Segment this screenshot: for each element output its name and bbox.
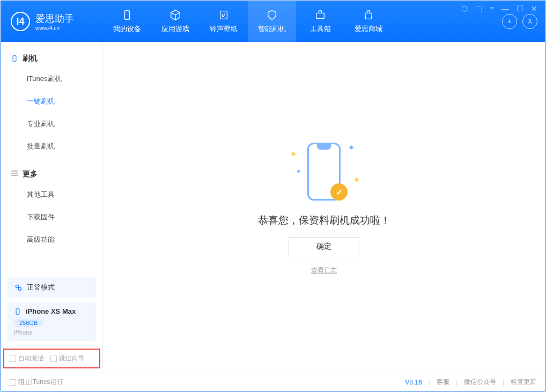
nav-tabs: 我的设备 应用游戏 铃声壁纸 智能刷机 工具箱 爱思商城: [103, 1, 393, 42]
device-icon: [121, 9, 133, 21]
shirt-icon[interactable]: ⬡: [461, 4, 468, 13]
version-label: V8.16: [405, 379, 422, 386]
tab-smart-flash[interactable]: 智能刷机: [248, 1, 296, 42]
options-highlight: 自动激活 跳过向导: [3, 349, 100, 368]
svg-point-5: [16, 285, 18, 287]
device-name: iPhone XS Max: [26, 307, 76, 315]
sidebar-item-download-firmware[interactable]: 下载固件: [1, 206, 102, 228]
svg-point-6: [18, 287, 21, 290]
list-icon: [11, 171, 18, 178]
svg-rect-7: [16, 308, 19, 314]
maximize-icon[interactable]: ☐: [517, 4, 523, 13]
checkbox-block-itunes[interactable]: 阻止iTunes运行: [10, 378, 63, 387]
menu-icon[interactable]: ≡: [490, 4, 494, 13]
device-capacity: 256GB: [14, 319, 43, 327]
titlebar: ⬡ ⬚ ≡ — ☐ ✕ i4 爱思助手 www.i4.cn 我的设备 应用游戏: [1, 1, 545, 42]
cube-icon: [169, 9, 181, 21]
logo-area: i4 爱思助手 www.i4.cn: [1, 12, 103, 31]
sidebar-item-pro-flash[interactable]: 专业刷机: [1, 113, 102, 135]
checkbox-skip-guide[interactable]: 跳过向导: [50, 354, 85, 363]
device-card[interactable]: iPhone XS Max 256GB iPhone: [8, 302, 96, 341]
svg-rect-4: [13, 56, 16, 62]
logo-icon: i4: [11, 12, 30, 31]
svg-rect-2: [316, 13, 324, 18]
mode-card[interactable]: 正常模式: [8, 277, 96, 298]
lock-icon[interactable]: ⬚: [475, 4, 482, 13]
close-icon[interactable]: ✕: [531, 4, 537, 13]
download-button[interactable]: [502, 14, 517, 29]
success-message: 恭喜您，保资料刷机成功啦！: [258, 213, 390, 227]
sidebar: 刷机 iTunes刷机 一键刷机 专业刷机 批量刷机 更多 其他工具 下载固件 …: [1, 42, 103, 373]
phone-icon: [11, 55, 18, 62]
app-title: 爱思助手: [35, 12, 74, 25]
minimize-icon[interactable]: —: [501, 4, 509, 13]
sidebar-item-other-tools[interactable]: 其他工具: [1, 183, 102, 206]
tab-toolbox[interactable]: 工具箱: [296, 1, 344, 42]
tab-ringtones[interactable]: 铃声壁纸: [200, 1, 248, 42]
checkbox-auto-activate[interactable]: 自动激活: [10, 354, 44, 363]
sidebar-item-advanced[interactable]: 高级功能: [1, 228, 102, 251]
sidebar-item-oneclick-flash[interactable]: 一键刷机: [1, 90, 102, 113]
success-illustration: ✓: [276, 139, 372, 204]
ok-button[interactable]: 确定: [289, 237, 359, 256]
svg-rect-1: [220, 11, 227, 19]
music-icon: [218, 9, 230, 21]
tab-apps-games[interactable]: 应用游戏: [151, 1, 200, 42]
sidebar-item-itunes-flash[interactable]: iTunes刷机: [1, 68, 102, 90]
view-log-link[interactable]: 查看日志: [311, 266, 337, 275]
tab-store[interactable]: 爱思商城: [344, 1, 393, 42]
statusbar: 阻止iTunes运行 V8.16 | 客服 | 微信公众号 | 检查更新: [1, 373, 545, 391]
sidebar-item-batch-flash[interactable]: 批量刷机: [1, 135, 102, 158]
status-wechat[interactable]: 微信公众号: [464, 378, 496, 387]
window-controls: ⬡ ⬚ ≡ — ☐ ✕: [461, 4, 537, 13]
toolbox-icon: [314, 9, 326, 21]
main-content: ✓ 恭喜您，保资料刷机成功啦！ 确定 查看日志: [103, 42, 545, 373]
mode-icon: [14, 283, 23, 292]
tab-my-device[interactable]: 我的设备: [103, 1, 151, 42]
device-phone-icon: [14, 308, 21, 315]
svg-point-3: [529, 20, 531, 22]
checkmark-badge-icon: ✓: [330, 183, 348, 201]
sidebar-group-more: 更多: [1, 165, 102, 183]
sidebar-group-flash: 刷机: [1, 49, 102, 68]
status-check-update[interactable]: 检查更新: [511, 378, 536, 387]
user-button[interactable]: [522, 14, 537, 29]
shield-icon: [266, 9, 278, 21]
svg-rect-0: [124, 11, 129, 20]
device-type: iPhone: [14, 329, 90, 336]
bag-icon: [363, 9, 374, 21]
app-url: www.i4.cn: [35, 25, 74, 31]
status-support[interactable]: 客服: [437, 378, 449, 387]
